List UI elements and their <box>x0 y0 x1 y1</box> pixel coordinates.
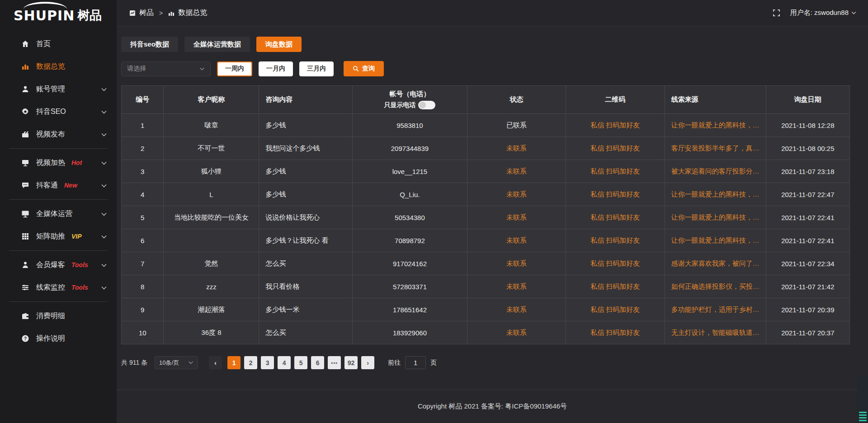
sidebar-item-5[interactable]: 视频发布 <box>0 123 117 146</box>
tab-inquiry-data[interactable]: 询盘数据 <box>256 37 302 52</box>
logo-brand-cn: 树品 <box>77 7 102 24</box>
chevron-down-icon <box>101 232 107 240</box>
cell-content: 多少钱 <box>259 183 352 206</box>
sidebar-item-12[interactable]: 消费明细 <box>0 305 117 327</box>
sidebar-item-1[interactable]: 首页 <box>0 33 117 55</box>
chevron-down-icon <box>101 283 107 291</box>
table-row: 5当地比较能吃的一位美女说说价格让我死心50534380未联系私信 扫码加好友让… <box>122 206 850 229</box>
cell-date: 2021-11-07 22:47 <box>766 183 849 206</box>
account-select[interactable]: 请选择 <box>121 61 211 76</box>
sidebar-item-10[interactable]: 会员爆客Tools <box>0 254 117 276</box>
sidebar-menu: 首页数据总览账号管理抖音SEO视频发布视频加热Hot抖客通New全媒体运营矩阵助… <box>0 33 117 350</box>
cell-source-link[interactable]: 让你一眼就爱上的黑科技，能... <box>665 229 766 252</box>
query-button[interactable]: 查询 <box>344 61 384 76</box>
page-button-4[interactable]: 4 <box>278 356 291 369</box>
fullscreen-icon[interactable] <box>773 9 780 17</box>
cell-qrcode-link[interactable]: 私信 扫码加好友 <box>566 183 665 206</box>
app-logo[interactable]: SHUPIN 树品 <box>0 0 117 26</box>
chevron-down-icon <box>851 11 856 14</box>
cell-qrcode-link[interactable]: 私信 扫码加好友 <box>566 206 665 229</box>
gear-icon <box>21 107 30 116</box>
page-button-92[interactable]: 92 <box>344 356 358 369</box>
cell-source-link[interactable]: 让你一眼就爱上的黑科技，能... <box>665 183 766 206</box>
cell-source-link[interactable]: 多功能护栏灯，适用于乡村文... <box>665 298 766 321</box>
cell-content: 我想问这个多少钱 <box>259 137 352 160</box>
sidebar-divider <box>9 301 108 302</box>
chevron-down-icon <box>199 67 205 70</box>
chat-widget-sliver[interactable] <box>858 376 868 423</box>
tab-media-operation-data[interactable]: 全媒体运营数据 <box>184 37 250 52</box>
sidebar-item-label: 抖音SEO <box>36 107 66 117</box>
cell-qrcode-link[interactable]: 私信 扫码加好友 <box>566 114 665 137</box>
cell-source-link[interactable]: 让你一眼就爱上的黑科技，能... <box>665 114 766 137</box>
sidebar-item-label: 会员爆客 <box>36 260 65 270</box>
page-more-button[interactable]: ••• <box>328 356 341 369</box>
page-button-2[interactable]: 2 <box>244 356 257 369</box>
cell-qrcode-link[interactable]: 私信 扫码加好友 <box>566 275 665 298</box>
sidebar-item-7[interactable]: 抖客通New <box>0 174 117 197</box>
cell-status: 未联系 <box>467 252 566 275</box>
cell-content: 多少钱一米 <box>259 298 352 321</box>
cell-source-link[interactable]: 被大家追着问的客厅投影分享... <box>665 160 766 183</box>
page-button-1[interactable]: 1 <box>227 356 241 369</box>
tab-douyin-seo-data[interactable]: 抖音seo数据 <box>121 37 178 52</box>
cell-qrcode-link[interactable]: 私信 扫码加好友 <box>566 229 665 252</box>
sidebar-item-6[interactable]: 视频加热Hot <box>0 151 117 174</box>
breadcrumb-current: 数据总览 <box>178 8 207 18</box>
sidebar-item-13[interactable]: ?操作说明 <box>0 327 117 350</box>
cell-id: 9 <box>122 298 164 321</box>
prev-page-button[interactable]: ‹ <box>209 356 222 369</box>
sidebar-item-3[interactable]: 账号管理 <box>0 78 117 100</box>
query-button-label: 查询 <box>362 65 375 73</box>
cell-status: 未联系 <box>467 229 566 252</box>
sidebar-item-11[interactable]: 线索监控Tools <box>0 276 117 299</box>
table-row: 2不可一世我想问这个多少钱2097344839未联系私信 扫码加好友客厅安装投影… <box>122 137 850 160</box>
page-button-3[interactable]: 3 <box>261 356 274 369</box>
cell-status: 未联系 <box>467 275 566 298</box>
sidebar-item-8[interactable]: 全媒体运营 <box>0 202 117 225</box>
sidebar-item-label: 数据总览 <box>36 62 65 71</box>
cell-nickname: 狐小狸 <box>164 160 259 183</box>
sidebar-item-label: 视频加热 <box>36 158 65 168</box>
breadcrumb-root[interactable]: 树品 <box>139 8 154 18</box>
user-menu[interactable]: 用户名: zswodun88 <box>790 9 856 17</box>
cell-source-link[interactable]: 让你一眼就爱上的黑科技，能... <box>665 206 766 229</box>
page-size-select[interactable]: 10条/页 <box>155 356 198 369</box>
cell-source-link[interactable]: 无主灯设计，智能磁吸轨道灯... <box>665 321 766 344</box>
period-quarter-button[interactable]: 三月内 <box>299 61 334 76</box>
sidebar-item-4[interactable]: 抖音SEO <box>0 100 117 123</box>
phone-only-toggle[interactable] <box>418 101 435 109</box>
cell-status: 未联系 <box>467 206 566 229</box>
sidebar-item-2[interactable]: 数据总览 <box>0 55 117 78</box>
period-month-button[interactable]: 一月内 <box>259 61 293 76</box>
svg-text:?: ? <box>24 336 27 341</box>
cell-qrcode-link[interactable]: 私信 扫码加好友 <box>566 160 665 183</box>
cell-date: 2021-11-07 20:39 <box>766 298 849 321</box>
sidebar-item-badge: Hot <box>71 159 82 166</box>
cell-source-link[interactable]: 如何正确选择投影仪，买投影... <box>665 275 766 298</box>
page-number-buttons: 123456•••92 <box>227 356 358 369</box>
page-size-value: 10条/页 <box>159 359 179 367</box>
home-icon <box>21 39 30 48</box>
period-week-button[interactable]: 一周内 <box>217 61 252 76</box>
cell-date: 2021-11-07 22:34 <box>766 252 849 275</box>
top-header: 树品 > 数据总览 用户名: zswodun88 <box>117 0 868 26</box>
cell-nickname: 当地比较能吃的一位美女 <box>164 206 259 229</box>
next-page-button[interactable]: › <box>361 356 374 369</box>
cell-source-link[interactable]: 客厅安装投影半年多了，真实... <box>665 137 766 160</box>
table-row: 1啵章多少钱9583810已联系私信 扫码加好友让你一眼就爱上的黑科技，能...… <box>122 114 850 137</box>
sidebar-item-9[interactable]: 矩阵助推VIP <box>0 225 117 248</box>
cell-qrcode-link[interactable]: 私信 扫码加好友 <box>566 298 665 321</box>
page-button-5[interactable]: 5 <box>294 356 307 369</box>
breadcrumb-current-icon <box>168 10 175 16</box>
logo-brand-en: SHUPIN <box>14 8 75 24</box>
cell-qrcode-link[interactable]: 私信 扫码加好友 <box>566 252 665 275</box>
breadcrumb-root-icon <box>129 10 136 16</box>
goto-page-input[interactable] <box>405 356 426 369</box>
table-row: 8zzz我只看价格572803371未联系私信 扫码加好友如何正确选择投影仪，买… <box>122 275 850 298</box>
page-button-6[interactable]: 6 <box>311 356 324 369</box>
cell-nickname: zzz <box>164 275 259 298</box>
cell-source-link[interactable]: 感谢大家喜欢我家，被问了好... <box>665 252 766 275</box>
cell-qrcode-link[interactable]: 私信 扫码加好友 <box>566 137 665 160</box>
cell-qrcode-link[interactable]: 私信 扫码加好友 <box>566 321 665 344</box>
